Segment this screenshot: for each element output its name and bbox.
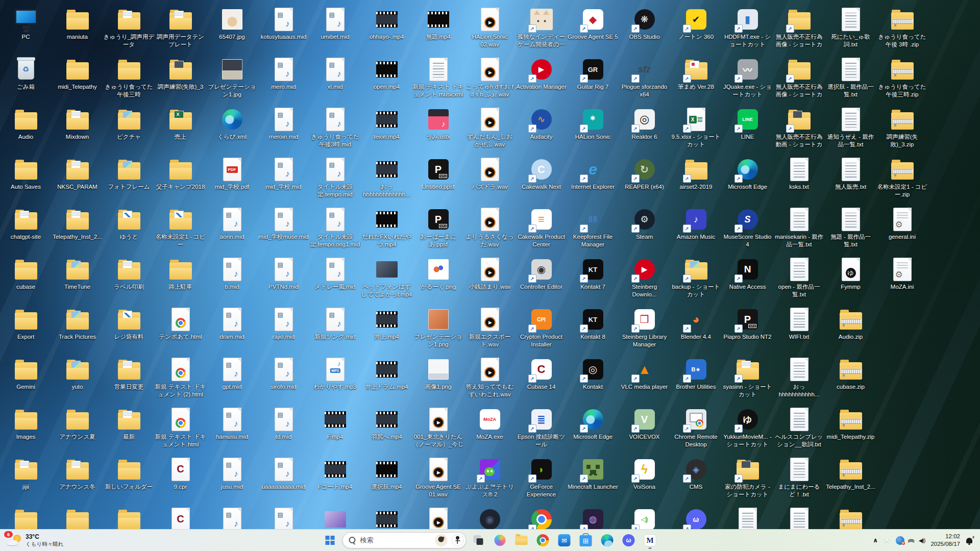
desktop-icon[interactable]: mid_学校.mid: [258, 153, 309, 203]
desktop-icon[interactable]: ♪Amazon Music: [670, 203, 722, 253]
desktop-icon[interactable]: 最新: [103, 403, 155, 453]
desktop-icon[interactable]: umibet.mid: [309, 3, 361, 53]
desktop-icon[interactable]: Mixdown: [52, 103, 103, 153]
desktop-icon[interactable]: Microsoft Edge: [567, 403, 619, 453]
desktop-icon[interactable]: ϟVoiSona: [619, 453, 670, 503]
desktop-icon[interactable]: manisekarin - 親作品一覧.txt: [773, 203, 825, 253]
taskbar-file-explorer-button[interactable]: [512, 531, 531, 549]
desktop-icon[interactable]: うみ.ustx: [412, 103, 464, 153]
desktop-icon[interactable]: ✔ノートン 360: [670, 3, 722, 53]
desktop-icon[interactable]: [206, 503, 258, 530]
desktop-icon[interactable]: mid_学校.pdf: [206, 153, 258, 203]
desktop-icon[interactable]: xl.mid: [309, 53, 361, 103]
taskbar-m-app-button[interactable]: [641, 531, 659, 549]
desktop-icon[interactable]: アナウンス冬: [52, 453, 103, 503]
desktop-icon[interactable]: 選択肢.mp4: [361, 453, 412, 503]
desktop-icon[interactable]: 新しいフォルダー: [103, 453, 155, 503]
desktop-icon[interactable]: きゅうり食ってた午後三時: [103, 53, 155, 103]
desktop-icon[interactable]: gpt.mid: [206, 353, 258, 403]
desktop-icon[interactable]: ◎Reaktor 6: [619, 103, 670, 153]
desktop-icon[interactable]: Telepathy_Inst_2...: [825, 453, 876, 503]
desktop-icon[interactable]: ◉: [464, 503, 516, 530]
desktop-icon[interactable]: 調声練習(失敗)_3: [155, 53, 206, 103]
taskbar-search[interactable]: 検索: [342, 532, 467, 548]
desktop-icon[interactable]: ▶Activation Manager: [516, 53, 567, 103]
desktop-icon[interactable]: 〰JQuake.exe - ショートカット: [722, 53, 773, 103]
desktop-icon[interactable]: NKSC_PARAM: [52, 153, 103, 203]
desktop-icon[interactable]: TimeTune: [52, 253, 103, 303]
desktop-icon[interactable]: ▶Steinberg Downlo...: [619, 253, 670, 303]
desktop-icon[interactable]: プレゼンテーション1.jpg: [206, 53, 258, 103]
desktop-icon[interactable]: 65407.jpg: [206, 3, 258, 53]
desktop-icon[interactable]: くらび.xml: [206, 103, 258, 153]
desktop-icon[interactable]: aorin.mid: [206, 203, 258, 253]
desktop-icon[interactable]: きゅうり_調声用データ: [103, 3, 155, 53]
desktop-icon[interactable]: mero.mid: [258, 53, 309, 103]
taskbar-chrome-button[interactable]: [534, 531, 552, 549]
desktop-icon[interactable]: ◗GeForce Experience: [516, 453, 567, 503]
desktop-icon[interactable]: わかりやす.mp3: [309, 353, 361, 403]
notification-bell-icon[interactable]: [966, 536, 974, 544]
desktop-icon[interactable]: Fymmp: [825, 253, 876, 303]
desktop-icon[interactable]: Fコード.mp4: [309, 453, 361, 503]
desktop-icon[interactable]: Untitled.ppsf: [412, 153, 464, 203]
desktop-icon[interactable]: Piapro Studio NT2: [722, 303, 773, 353]
hidden-icons-chevron-icon[interactable]: ∧: [873, 537, 878, 544]
desktop-icon[interactable]: Telepathy_Inst_2...: [52, 203, 103, 253]
desktop-icon[interactable]: [309, 503, 361, 530]
tray-app-sphere-icon[interactable]: [896, 536, 904, 545]
desktop-icon[interactable]: 路上駐車: [155, 253, 206, 303]
desktop-icon[interactable]: ω: [670, 503, 722, 530]
desktop-icon[interactable]: eInternet Explorer: [567, 153, 619, 203]
weather-widget[interactable]: 6 33°C くもり時々晴れ: [0, 530, 70, 551]
search-highlight-bird-thumb[interactable]: [435, 534, 448, 546]
desktop-icon[interactable]: 9.cpr: [155, 453, 206, 503]
desktop-icon[interactable]: Export: [0, 303, 52, 353]
taskbar-mail-button[interactable]: [555, 531, 574, 549]
desktop-icon[interactable]: [155, 503, 206, 530]
desktop-icon[interactable]: 小銭詰まり.wav: [464, 253, 516, 303]
desktop-icon[interactable]: こってゅh dすお f d s b ふぉ.wav: [464, 53, 516, 103]
desktop-icon[interactable]: CPICrypton Product Installer: [516, 303, 567, 353]
desktop-icon[interactable]: LINELINE: [722, 103, 773, 153]
desktop-icon[interactable]: midi_Telepathy.zip: [825, 403, 876, 453]
desktop-icon[interactable]: 無人販売不正行為画像 - ショートカット: [773, 53, 825, 103]
desktop-icon[interactable]: きゅうり食ってた午後三時.zip: [876, 53, 928, 103]
desktop-icon[interactable]: 新規 テキスト ドキュメント.html: [155, 403, 206, 453]
desktop-icon[interactable]: 名称未設定1 - コピー.zip: [876, 153, 928, 203]
desktop-icon[interactable]: ぷよぷよ™テトリス® 2: [464, 453, 516, 503]
desktop-icon[interactable]: dram.mid: [206, 303, 258, 353]
desktop-icon[interactable]: 孤独なインディーゲーム開発者の一生 ...: [516, 3, 567, 53]
desktop-icon[interactable]: GRGuitar Rig 7: [567, 53, 619, 103]
desktop-icon[interactable]: Images: [0, 403, 52, 453]
desktop-icon[interactable]: Groove Agent SE 01.wav: [412, 453, 464, 503]
desktop-icon[interactable]: [258, 503, 309, 530]
desktop-icon[interactable]: ゆうと: [103, 203, 155, 253]
volume-icon[interactable]: ◀)): [919, 537, 925, 544]
desktop-icon[interactable]: 調声練習(失敗)_3.zip: [876, 103, 928, 153]
desktop-icon[interactable]: きゅうり食ってた午後 3時 .zip: [876, 3, 928, 53]
desktop-icon[interactable]: ≣Epson 接続診断ツール: [516, 403, 567, 453]
desktop-icon[interactable]: 001_東北きりたん（ノーマル）_今じゃ...: [412, 403, 464, 453]
desktop-icon[interactable]: VVOICEVOX: [619, 403, 670, 453]
desktop-icon[interactable]: WIFI.txt: [773, 303, 825, 353]
desktop-icon[interactable]: Audio: [0, 103, 52, 153]
search-highlight-figure-thumb[interactable]: [452, 534, 464, 546]
desktop-icon[interactable]: 無題.mp4: [412, 3, 464, 53]
desktop-icon[interactable]: よりうるさくなった.wav: [464, 203, 516, 253]
desktop-icon[interactable]: ↻REAPER (x64): [619, 153, 670, 203]
desktop-icon[interactable]: KTKontakt 8: [567, 303, 619, 353]
desktop-icon[interactable]: ◕Blender 4.4: [670, 303, 722, 353]
desktop-icon[interactable]: 売上: [155, 103, 206, 153]
taskbar-discord-button[interactable]: [620, 531, 638, 549]
desktop-icon[interactable]: [52, 503, 103, 530]
desktop-icon[interactable]: 通知うぜえ - 親作品一覧.txt: [825, 103, 876, 153]
desktop-icon[interactable]: ＊HALion Sonic: [567, 103, 619, 153]
desktop-icon[interactable]: backup - ショートカット: [670, 253, 722, 303]
desktop-icon[interactable]: プレゼンテーション1.png: [412, 303, 464, 353]
desktop-icon[interactable]: ⚙Steam: [619, 203, 670, 253]
clock[interactable]: 12:02 2025/08/17: [930, 533, 960, 548]
desktop-icon[interactable]: ヘルスコンプレッション__歌詞.txt: [773, 403, 825, 453]
desktop-icon[interactable]: cubase.zip: [825, 353, 876, 403]
desktop-icon[interactable]: CCakewalk Next: [516, 153, 567, 203]
